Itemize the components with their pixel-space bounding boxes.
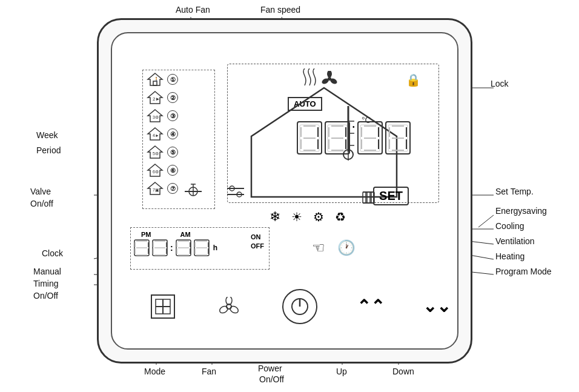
label-heating: Heating [495, 251, 524, 261]
circle-num-6: ⑥ [167, 165, 178, 176]
touch-icon: ☜ [312, 239, 325, 256]
on-off-label: ON OFF [251, 233, 264, 251]
temp-digit-2 [325, 121, 350, 154]
clock-pm-am: PM AM [141, 231, 266, 238]
device-inner: 🚶 ① 2► ② 3⚙ ③ [111, 32, 458, 350]
svg-point-36 [327, 71, 332, 78]
label-up: Up [336, 367, 347, 376]
svg-text:2►: 2► [153, 96, 160, 102]
am-label: AM [180, 231, 191, 238]
pm-label: PM [141, 231, 151, 238]
clock-hour-digit-1 [134, 239, 150, 256]
touch-clock-row: ☜ 🕐 [312, 239, 356, 256]
circle-num-7: ⑦ [167, 183, 178, 194]
temp-digit-4 [385, 121, 411, 154]
circle-num-5: ⑤ [167, 147, 178, 158]
label-lock: Lock [491, 79, 509, 88]
label-timing-onoff: On/Off [33, 291, 58, 301]
svg-point-132 [219, 305, 229, 314]
schedule-row-2: 2► ② [143, 88, 214, 107]
label-power-line2: On/Off [259, 374, 284, 384]
schedule-row-3: 3⚙ ③ [143, 107, 214, 125]
circle-num-2: ② [167, 92, 178, 103]
circle-num-4: ④ [167, 128, 178, 139]
clock-area: PM AM [130, 227, 270, 270]
valve-icon [184, 184, 203, 202]
label-mode: Mode [144, 367, 165, 376]
label-energysaving: Energysaving [495, 206, 547, 216]
device-frame: 🚶 ① 2► ② 3⚙ ③ [97, 18, 472, 364]
heating-mode-icon: ☀ [291, 210, 302, 224]
schedule-row-5: 5⚙ ⑤ [143, 143, 214, 161]
main-container: 🚶 ① 2► ② 3⚙ ③ [0, 0, 579, 392]
clock-min-digit-2 [194, 239, 210, 256]
circle-num-3: ③ [167, 110, 178, 121]
valve-pipe-icon [226, 184, 245, 202]
circle-num-1: ① [167, 74, 178, 85]
svg-rect-90 [367, 192, 370, 203]
schedule-row-6: 6⚙ ⑥ [143, 161, 214, 179]
schedule-area: 🚶 ① 2► ② 3⚙ ③ [142, 70, 215, 209]
temp-display: • [297, 121, 411, 154]
schedule-row-1: 🚶 ① [143, 70, 214, 88]
label-ventilation: Ventilation [495, 236, 535, 246]
fan-button[interactable] [217, 294, 241, 319]
energysaving-mode-icon: ♻ [335, 210, 346, 224]
down-chevron-icon: ⌄⌄ [423, 298, 451, 315]
label-valve: Valve [30, 187, 51, 196]
svg-text:3⚙: 3⚙ [153, 115, 159, 119]
up-button[interactable]: ⌃⌃ [359, 294, 383, 319]
svg-text:7▣: 7▣ [153, 188, 159, 192]
label-fan-speed: Fan speed [260, 5, 300, 15]
label-timing: Timing [33, 279, 59, 288]
label-auto-fan: Auto Fan [176, 5, 210, 15]
timer-icon: 🕐 [337, 239, 356, 256]
set-button[interactable]: SET [373, 187, 409, 205]
clock-digits: : [134, 239, 266, 256]
label-down: Down [392, 367, 414, 376]
mode-icons-row: ❄ ☀ ⚙ ♻ [270, 209, 346, 225]
clock-hour-digit-2 [152, 239, 168, 256]
label-fan: Fan [202, 367, 216, 376]
schedule-row-4: 4► ④ [143, 125, 214, 143]
svg-text:5⚙: 5⚙ [153, 151, 159, 156]
schedule-row-7: 7▣ ⑦ [143, 179, 214, 198]
svg-point-131 [229, 305, 239, 314]
label-power-line1: Power [258, 364, 282, 373]
lock-icon: 🔒 [406, 73, 421, 87]
label-clock: Clock [42, 248, 63, 258]
power-button[interactable] [282, 289, 317, 324]
label-week: Week [36, 130, 58, 140]
label-period: Period [36, 145, 61, 155]
svg-line-10 [478, 215, 494, 227]
label-valve-onoff: On/off [30, 199, 53, 208]
svg-text:6⚙: 6⚙ [153, 170, 159, 174]
svg-rect-21 [153, 81, 157, 85]
temp-digit-3 [357, 121, 383, 154]
up-chevron-icon: ⌃⌃ [357, 298, 385, 315]
svg-rect-89 [363, 192, 366, 203]
label-program-mode: Program Mode [495, 267, 552, 276]
cooling-mode-icon: ❄ [270, 209, 280, 225]
clock-colon-1: : [170, 243, 173, 253]
mode-button[interactable] [151, 294, 175, 319]
h-suffix: h [213, 244, 217, 252]
temp-digit-1 [297, 121, 322, 154]
down-button[interactable]: ⌄⌄ [425, 294, 449, 319]
label-cooling: Cooling [495, 221, 524, 231]
bottom-buttons: ⌃⌃ ⌄⌄ [130, 289, 469, 324]
label-manual: Manual [33, 267, 61, 276]
ventilation-mode-icon: ⚙ [313, 210, 324, 224]
clock-min-digit-1 [176, 239, 191, 256]
label-set-temp: Set Temp. [495, 187, 534, 196]
svg-text:🚶: 🚶 [154, 76, 159, 82]
svg-text:4►: 4► [153, 133, 159, 138]
degree-dot: • [352, 124, 355, 130]
